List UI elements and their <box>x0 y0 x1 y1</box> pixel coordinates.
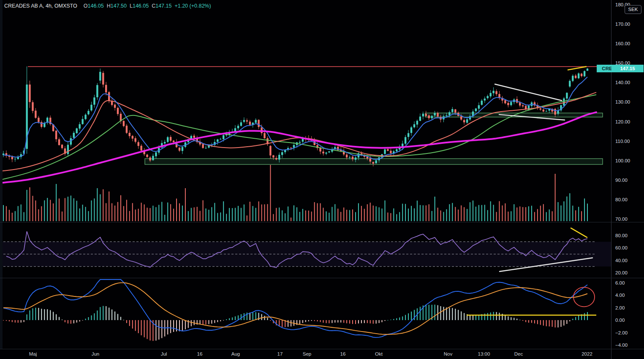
candle-body <box>173 141 174 142</box>
macd-histogram-bar <box>408 313 409 320</box>
time-tick-label: Jun <box>92 351 100 356</box>
macd-histogram-bar <box>308 320 309 321</box>
candle-body <box>126 126 128 133</box>
volume-bar <box>308 211 309 221</box>
macd-pane[interactable] <box>3 280 596 341</box>
candle-body <box>278 155 280 159</box>
symbol-legend[interactable]: CREADES AB A, 4h, OMXSTOO146.05H147.50L1… <box>4 3 211 9</box>
candle-body <box>390 151 391 153</box>
candle-body <box>243 120 245 122</box>
volume-bar <box>288 206 288 221</box>
macd-histogram-bar <box>85 319 86 320</box>
price-tick-label: 120.00 <box>615 119 630 124</box>
ma-blue-20 <box>3 77 587 159</box>
chart-canvas[interactable] <box>0 0 644 359</box>
macd-histogram-bar <box>373 320 374 324</box>
trendline-white-upper[interactable] <box>495 84 562 101</box>
macd-histogram-bar <box>429 305 429 320</box>
candle-body <box>510 102 512 105</box>
volume-bar <box>141 203 142 221</box>
currency-badge[interactable]: SEK <box>625 5 641 14</box>
candle-body <box>546 111 547 112</box>
candle-body <box>325 153 327 153</box>
price-pane[interactable] <box>0 66 611 221</box>
macd-histogram-bar <box>522 320 523 321</box>
volume-bar <box>317 203 318 222</box>
volume-bar <box>293 206 294 221</box>
volume-bar <box>458 210 459 221</box>
volume-bar <box>106 203 106 221</box>
volume-bar <box>572 206 573 221</box>
volume-bar <box>56 184 57 221</box>
pane-divider-macd[interactable] <box>0 278 644 278</box>
macd-histogram-bar <box>549 320 550 326</box>
candle-body <box>495 91 497 94</box>
volume-bar <box>370 203 371 221</box>
candle-body <box>29 85 30 102</box>
volume-bar <box>329 213 329 221</box>
macd-histogram-bar <box>141 320 142 335</box>
candle-body <box>93 97 95 104</box>
volume-bar <box>18 206 19 221</box>
volume-bar <box>552 211 553 221</box>
candle-body <box>481 101 483 105</box>
macd-histogram-bar <box>511 317 511 320</box>
macd-histogram-bar <box>367 320 368 323</box>
candle-body <box>38 118 39 122</box>
rsi-tick-label: 40.00 <box>615 258 628 263</box>
macd-histogram-bar <box>206 320 207 324</box>
candle-body <box>446 115 447 116</box>
candle-body <box>413 124 415 127</box>
price-tick-label: 140.00 <box>615 80 630 85</box>
candle-body <box>58 139 60 145</box>
candle-body <box>223 135 224 139</box>
volume-bar <box>155 207 156 221</box>
candle-body <box>578 74 579 79</box>
macd-histogram-bar <box>440 306 441 320</box>
volume-bar <box>71 196 71 222</box>
macd-histogram-bar <box>191 320 192 326</box>
volume-bar <box>423 206 424 222</box>
volume-bar <box>85 207 86 221</box>
volume-bar <box>244 205 245 222</box>
candle-body <box>349 157 351 157</box>
volume-bar <box>47 198 48 221</box>
macd-histogram-bar <box>340 320 341 323</box>
candle-body <box>431 116 433 118</box>
macd-histogram-bar <box>211 320 212 324</box>
volume-bar <box>502 206 503 221</box>
time-tick-label: Maj <box>29 351 37 356</box>
macd-histogram-bar <box>452 308 453 320</box>
time-tick-label: Aug <box>231 351 240 356</box>
macd-histogram-bar <box>405 315 406 320</box>
macd-histogram-bar <box>396 318 397 320</box>
candle-body <box>422 114 424 117</box>
pane-divider-rsi[interactable] <box>0 222 644 222</box>
volume-bar <box>563 201 564 221</box>
volume-bar <box>326 211 327 221</box>
candle-body <box>272 155 274 157</box>
volume-bar <box>355 212 356 221</box>
candle-body <box>237 126 239 129</box>
volume-bar <box>408 208 409 221</box>
candle-body <box>132 136 133 138</box>
volume-bar <box>367 204 368 221</box>
candle-body <box>246 121 248 122</box>
volume-bar <box>79 208 80 221</box>
trendline-yellow-price[interactable] <box>568 66 586 70</box>
rsi-trendline-yellow[interactable] <box>571 228 587 237</box>
volume-bar <box>343 208 344 221</box>
macd-histogram-bar <box>59 317 60 320</box>
volume-bar <box>176 199 177 221</box>
price-tick-label: 110.00 <box>615 139 630 144</box>
candle-body <box>490 93 492 96</box>
macd-histogram-bar <box>185 320 186 329</box>
rsi-pane[interactable] <box>3 228 611 271</box>
volume-bar <box>65 198 65 221</box>
macd-histogram-bar <box>291 320 291 326</box>
volume-bar <box>396 214 397 222</box>
volume-bar <box>490 201 491 221</box>
candle-body <box>543 110 544 112</box>
macd-histogram-bar <box>170 320 171 333</box>
macd-histogram-bar <box>455 309 456 320</box>
